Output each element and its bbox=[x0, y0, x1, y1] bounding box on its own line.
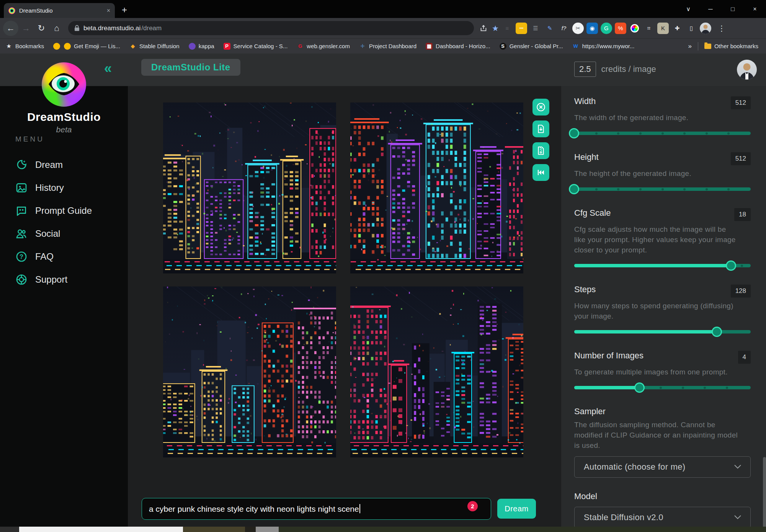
steps-slider[interactable] bbox=[574, 326, 751, 337]
panel-scrollbar[interactable] bbox=[763, 457, 766, 532]
slider-thumb[interactable] bbox=[726, 260, 736, 271]
settings-panel: Width 512 The width of the generated ima… bbox=[561, 86, 766, 532]
new-tab-button[interactable]: + bbox=[122, 5, 127, 15]
taskbar-segment bbox=[279, 527, 766, 532]
prompt-input[interactable]: a cyber punk chinese style city with neo… bbox=[142, 498, 491, 520]
ladder-extension-icon[interactable]: ☰ bbox=[530, 23, 541, 34]
prompt-word: style city with neon lights night scene bbox=[225, 504, 359, 513]
emoji-favicon[interactable] bbox=[53, 43, 60, 50]
cfg-scale-value: 18 bbox=[734, 208, 751, 221]
height-description: The height of the generated image. bbox=[574, 169, 751, 179]
prompt-bar: a cyber punk chinese style city with neo… bbox=[142, 498, 549, 520]
profile-avatar[interactable] bbox=[700, 23, 711, 34]
slider-tick bbox=[639, 188, 642, 190]
dots-extension-icon[interactable]: ••• bbox=[516, 23, 527, 34]
project-dashboard-bookmark[interactable]: ✛Project Dashboard bbox=[359, 43, 416, 50]
width-slider[interactable] bbox=[574, 128, 751, 138]
slider-tick bbox=[706, 188, 708, 190]
home-icon[interactable]: ⌂ bbox=[49, 21, 64, 36]
slider-tick bbox=[660, 387, 662, 389]
clear-results-button[interactable] bbox=[532, 99, 549, 116]
extensions-puzzle-icon[interactable]: ✚ bbox=[671, 23, 683, 34]
gensler-global-bookmark[interactable]: SGensler - Global Pr... bbox=[500, 43, 563, 50]
svg-text:?: ? bbox=[20, 254, 23, 260]
layers-extension-icon[interactable]: ≡ bbox=[501, 23, 513, 34]
taskbar-segment bbox=[183, 527, 245, 532]
height-value: 512 bbox=[731, 152, 751, 165]
previous-results-button[interactable] bbox=[532, 164, 549, 181]
close-window-button[interactable]: × bbox=[744, 0, 766, 18]
sampler-select[interactable]: Automatic (choose for me) bbox=[574, 456, 751, 478]
bookmarks-overflow-icon[interactable]: » bbox=[688, 42, 691, 50]
address-bar[interactable]: beta.dreamstudio.ai/dream bbox=[68, 21, 474, 35]
slider-tick bbox=[661, 188, 664, 190]
sidebar-item-history[interactable]: History bbox=[0, 176, 128, 199]
dream-button[interactable]: Dream bbox=[497, 499, 536, 519]
other-bookmarks[interactable]: Other bookmarks bbox=[704, 43, 758, 49]
maximize-button[interactable]: □ bbox=[722, 0, 744, 18]
color-wheel bbox=[630, 24, 639, 33]
clipper-extension-icon[interactable]: ✂ bbox=[572, 23, 584, 34]
sidebar-item-support[interactable]: Support bbox=[0, 268, 128, 291]
download-image-button[interactable] bbox=[532, 120, 549, 137]
download-zip-button[interactable] bbox=[532, 142, 549, 159]
bookmark-star-icon[interactable]: ★ bbox=[492, 24, 499, 33]
generated-image-1[interactable] bbox=[163, 102, 336, 273]
myworkday-bookmark[interactable]: Whttps://www.mywor... bbox=[572, 43, 635, 50]
pen-extension-icon[interactable]: ✎ bbox=[544, 23, 555, 34]
crop-extension-icon[interactable]: ⌗ bbox=[643, 23, 655, 34]
browser-tab[interactable]: DreamStudio × bbox=[4, 3, 115, 18]
font-finder-extension-icon[interactable]: f? bbox=[558, 23, 570, 34]
bookmarks-star-item[interactable]: ★Bookmarks bbox=[5, 43, 44, 50]
width-description: The width of the generated image. bbox=[574, 113, 751, 123]
sidebar-item-dream[interactable]: Dream bbox=[0, 153, 128, 176]
user-avatar[interactable] bbox=[737, 60, 757, 80]
gensler-web-bookmark[interactable]: Gweb.gensler.com bbox=[297, 43, 350, 50]
generated-image-3[interactable] bbox=[163, 286, 336, 457]
sidebar-item-prompt-guide[interactable]: Prompt Guide bbox=[0, 199, 128, 222]
tab-close-icon[interactable]: × bbox=[107, 7, 110, 14]
get-emoji-bookmark[interactable]: Get Emoji — Lis... bbox=[64, 43, 120, 50]
minimize-button[interactable]: ─ bbox=[699, 0, 722, 18]
myworkday-bookmark-icon: W bbox=[572, 43, 579, 50]
height-slider[interactable] bbox=[574, 184, 751, 194]
share-icon[interactable] bbox=[479, 24, 488, 33]
generated-image-2[interactable] bbox=[350, 102, 523, 273]
sidebar-item-social[interactable]: Social bbox=[0, 222, 128, 245]
slider-thumb[interactable] bbox=[569, 128, 579, 138]
gensler-global-bookmark-icon: S bbox=[500, 43, 506, 50]
bookmark-label: Gensler - Global Pr... bbox=[510, 43, 563, 49]
sidebar-item-faq[interactable]: ? FAQ bbox=[0, 245, 128, 268]
url-path: /dream bbox=[141, 24, 162, 32]
dreamstudio-lite-button[interactable]: DreamStudio Lite bbox=[141, 59, 240, 76]
side-panel-icon[interactable]: ▯ bbox=[686, 23, 697, 34]
generated-image-4[interactable] bbox=[350, 286, 523, 457]
color-wheel-extension-icon[interactable] bbox=[629, 23, 640, 34]
back-icon[interactable]: ← bbox=[3, 21, 18, 36]
slider-thumb[interactable] bbox=[569, 184, 579, 194]
slider-tick bbox=[595, 132, 598, 135]
bookmarks-divider bbox=[698, 42, 698, 50]
forward-icon[interactable]: → bbox=[18, 21, 34, 36]
model-select[interactable]: Stable Diffusion v2.0 bbox=[574, 507, 751, 528]
service-catalog-bookmark[interactable]: PService Catalog - S... bbox=[224, 43, 288, 50]
stable-diffusion-bookmark[interactable]: ◆Stable Diffusion bbox=[129, 43, 180, 50]
kappa-bookmark[interactable]: kappa bbox=[189, 43, 214, 50]
chevron-down-icon bbox=[734, 465, 741, 469]
keka-extension-icon[interactable]: K bbox=[657, 23, 669, 34]
camera-extension-icon[interactable]: ◉ bbox=[586, 23, 598, 34]
text-caret bbox=[359, 504, 360, 513]
dashboard-horizon-bookmark[interactable]: ▦Dashboard - Horizo... bbox=[426, 43, 490, 50]
number-of-images-control: Number of Images 4 To generate multiple … bbox=[574, 351, 751, 393]
number-of-images-slider[interactable] bbox=[574, 382, 751, 393]
slider-thumb[interactable] bbox=[634, 382, 645, 393]
prompt-warning-badge: 2 bbox=[467, 501, 478, 511]
generated-image-grid bbox=[163, 102, 523, 457]
browser-menu-icon[interactable]: ⋮ bbox=[714, 24, 729, 33]
reload-icon[interactable]: ↻ bbox=[34, 21, 49, 36]
percent-extension-icon[interactable]: % bbox=[615, 23, 626, 34]
cfg-scale-slider[interactable] bbox=[574, 260, 751, 271]
grammarly-extension-icon[interactable]: G bbox=[601, 23, 612, 34]
slider-thumb[interactable] bbox=[712, 327, 722, 337]
tab-search-icon[interactable]: ∨ bbox=[677, 0, 699, 18]
